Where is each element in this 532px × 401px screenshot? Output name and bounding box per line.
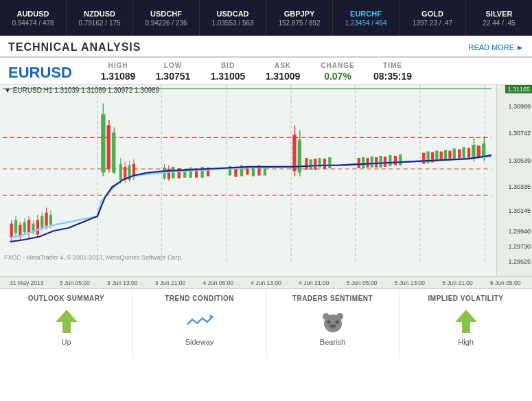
ticker-value: 152.875 / 892 (278, 19, 320, 27)
up-arrow-icon (452, 308, 480, 334)
price-label-8: 1.29525 (508, 258, 531, 265)
stat-high: HIGH 1.31089 (91, 62, 146, 82)
ticker-value: 1.23454 / 464 (345, 19, 386, 27)
price-label-5: 1.30145 (508, 207, 531, 214)
bear-icon (319, 308, 347, 334)
svg-point-108 (331, 325, 332, 327)
xaxis-label-6: 4 Jun 21:00 (290, 279, 338, 286)
price-label-6: 1.29940 (508, 228, 531, 235)
ticker-value: 0.94226 / 236 (145, 19, 187, 27)
bottom-section: OUTLOOK SUMMARY Up TREND CONDITION Sidew… (0, 289, 532, 358)
sideways-icon (186, 310, 213, 333)
bottom-sub-outlook: Up (61, 338, 71, 346)
svg-rect-77 (371, 157, 373, 168)
svg-rect-75 (362, 157, 365, 168)
ticker-item-usdchf[interactable]: USDCHF 0.94226 / 236 (133, 0, 200, 36)
xaxis-label-5: 4 Jun 13:00 (242, 279, 290, 286)
ticker-item-eurchf[interactable]: EURCHF 1.23454 / 464 (333, 0, 400, 36)
svg-point-105 (327, 321, 330, 324)
ticker-item-usdcad[interactable]: USDCAD 1.03553 / 563 (200, 0, 266, 36)
svg-point-103 (323, 313, 329, 320)
xaxis-label-0: 31 May 2013 (3, 279, 51, 286)
xaxis-label-3: 3 Jun 21:00 (146, 279, 194, 286)
ticker-value: 0.94474 / 478 (12, 19, 54, 27)
low-value: 1.30751 (156, 71, 191, 82)
bottom-label-trend: TREND CONDITION (165, 295, 234, 302)
ticker-name: NZDUSD (84, 10, 115, 18)
svg-rect-70 (314, 159, 316, 170)
pair-name[interactable]: EURUSD (8, 64, 84, 82)
bid-label: BID (221, 62, 235, 69)
change-value: 0.07% (324, 71, 351, 82)
price-label-2: 1.30742 (508, 130, 531, 137)
svg-rect-73 (328, 157, 331, 168)
xaxis-label-10: 6 Jun 05:00 (481, 279, 529, 286)
stat-bid: BID 1.31005 (200, 62, 255, 82)
bottom-label-volatility: IMPLIED VOLATILITY (428, 295, 504, 302)
price-label-7: 1.29730 (508, 243, 531, 250)
bottom-icon-traders (319, 308, 347, 335)
high-value: 1.31089 (101, 71, 136, 82)
ticker-name: GOLD (421, 10, 443, 18)
xaxis-label-1: 3 Jun 05:00 (51, 279, 99, 286)
bottom-icon-outlook (53, 308, 80, 335)
bottom-label-outlook: OUTLOOK SUMMARY (28, 295, 105, 302)
ticker-bar: AUDUSD 0.94474 / 478 NZDUSD 0.79162 / 17… (0, 0, 532, 36)
svg-rect-92 (458, 149, 461, 159)
svg-marker-100 (56, 310, 78, 333)
ticker-item-silver[interactable]: SILVER 22.44 / .45 (466, 0, 532, 36)
bid-value: 1.31005 (211, 71, 246, 82)
ticker-value: 0.79162 / 175 (78, 19, 120, 27)
ticker-item-gold[interactable]: GOLD 1397.23 / .47 (400, 0, 466, 36)
xaxis-label-8: 5 Jun 13:00 (386, 279, 434, 286)
ask-label: ASK (275, 62, 291, 69)
svg-rect-50 (172, 167, 174, 179)
svg-point-109 (334, 325, 335, 327)
svg-rect-0 (3, 85, 529, 276)
read-more-link[interactable]: READ MORE ► (468, 43, 524, 51)
xaxis-label-4: 4 Jun 05:00 (194, 279, 242, 286)
ticker-name: GBPJPY (284, 10, 315, 18)
ta-title: TECHNICAL ANALYSIS (8, 41, 141, 54)
ticker-item-nzdusd[interactable]: NZDUSD 0.79162 / 175 (67, 0, 133, 36)
ticker-value: 1397.23 / .47 (413, 19, 452, 27)
chart-svg (0, 85, 532, 276)
ticker-item-gbpjpy[interactable]: GBPJPY 152.875 / 892 (266, 0, 333, 36)
svg-marker-110 (455, 310, 477, 333)
time-value: 08:35:19 (373, 71, 412, 82)
price-labels: 1.31165 1.30989 1.30742 1.30539 1.30335 … (496, 85, 532, 276)
ask-value: 1.31009 (266, 71, 301, 82)
svg-rect-68 (305, 158, 308, 170)
bottom-icon-volatility (452, 308, 480, 335)
svg-rect-76 (366, 158, 369, 168)
svg-rect-93 (462, 147, 465, 159)
bottom-item-trend: TREND CONDITION Sideway (133, 289, 266, 358)
ta-header: TECHNICAL ANALYSIS READ MORE ► (0, 36, 532, 58)
read-more-label: READ MORE (468, 43, 514, 51)
bottom-sub-volatility: High (458, 338, 474, 346)
pair-info-row: EURUSD HIGH 1.31089 LOW 1.30751 BID 1.31… (0, 58, 532, 84)
xaxis-label-9: 5 Jun 21:00 (434, 279, 482, 286)
chart-label: ▼ EURUSD.H1 1.31039 1.31089 1.30972 1.30… (4, 87, 159, 94)
price-label-3: 1.30539 (508, 157, 531, 164)
svg-rect-91 (453, 148, 456, 160)
pair-stats: HIGH 1.31089 LOW 1.30751 BID 1.31005 ASK… (91, 62, 420, 82)
ticker-item-audusd[interactable]: AUDUSD 0.94474 / 478 (0, 0, 67, 36)
price-label-4: 1.30335 (508, 183, 531, 190)
svg-rect-97 (477, 146, 481, 157)
svg-rect-78 (375, 157, 378, 168)
ticker-name: SILVER (486, 10, 513, 18)
ticker-value: 22.44 / .45 (483, 19, 515, 27)
change-label: CHANGE (321, 62, 354, 69)
svg-rect-94 (467, 148, 470, 158)
arrow-right-icon: ► (516, 43, 524, 51)
bottom-icon-trend (186, 308, 213, 335)
svg-point-106 (335, 321, 338, 324)
bottom-item-outlook: OUTLOOK SUMMARY Up (0, 289, 133, 358)
xaxis-label-2: 3 Jun 13:00 (98, 279, 146, 286)
bottom-item-volatility: IMPLIED VOLATILITY High (400, 289, 532, 358)
xaxis-label-7: 5 Jun 05:00 (338, 279, 386, 286)
high-label: HIGH (108, 62, 128, 69)
svg-rect-79 (379, 156, 382, 168)
svg-rect-83 (399, 154, 402, 165)
